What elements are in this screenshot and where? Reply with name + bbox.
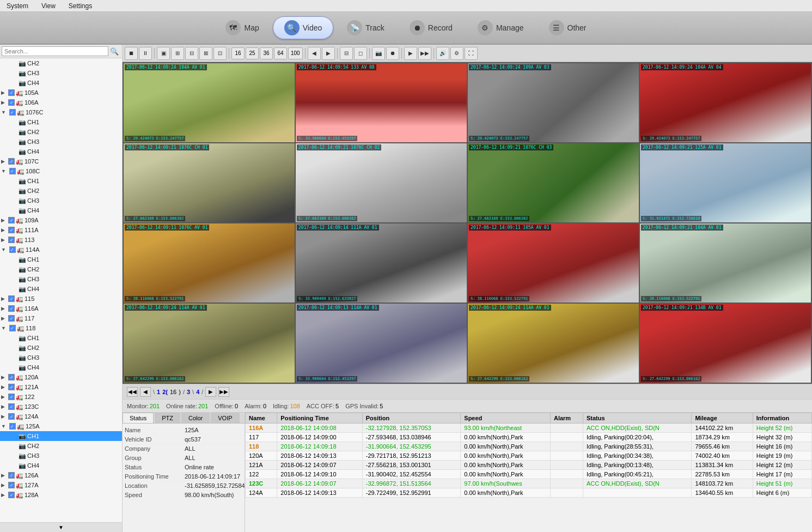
tree-item-117[interactable]: ▶ ✓ 🚛 117 (0, 313, 122, 323)
tree-item-125a[interactable]: ▼ ✓ 🚛 125A (0, 421, 122, 431)
page-first-btn[interactable]: ◀◀ (127, 387, 138, 397)
tab-color[interactable]: Color (181, 413, 210, 423)
page-4[interactable]: 4 (196, 389, 199, 395)
tree-item-114a-ch3[interactable]: 📷 CH3 (0, 274, 122, 284)
table-row[interactable]: 124A2018-06-12 14:09:13-29.722499, 152.9… (246, 488, 812, 498)
col-header-speed[interactable]: Speed (461, 413, 551, 424)
table-row[interactable]: 116A2018-06-12 14:09:08-32.127928, 152.3… (246, 424, 812, 433)
tree-item-114a-ch4[interactable]: 📷 CH4 (0, 284, 122, 294)
tb-fullscreen-btn[interactable]: ⛶ (465, 47, 478, 60)
checkbox-127a[interactable]: ✓ (8, 482, 15, 488)
tree-item-118-ch1[interactable]: 📷 CH1 (0, 333, 122, 343)
tree-item-116a[interactable]: ▶ ✓ 🚛 116A (0, 304, 122, 313)
tb-sound-btn[interactable]: 🔊 (436, 47, 449, 60)
menu-settings[interactable]: Settings (66, 1, 94, 11)
video-cell-8[interactable]: 2017-06-12 14:09:21 125A AV 01 S: 31.921… (640, 143, 811, 222)
table-row[interactable]: 1172018-06-12 14:09:00-27.593468, 153.03… (246, 433, 812, 442)
video-cell-14[interactable]: 2017-06-12 14:09:13 114A AV 01 S: 33.900… (296, 304, 467, 383)
menu-view[interactable]: View (39, 1, 58, 11)
checkbox-124a[interactable]: ✓ (8, 413, 15, 420)
checkbox-123c[interactable]: ✓ (8, 403, 15, 410)
tb-ff-btn[interactable]: ▶▶ (418, 47, 431, 60)
menu-system[interactable]: System (4, 1, 30, 11)
tree-item-ch3-1[interactable]: 📷 CH3 (0, 68, 122, 78)
checkbox-114a[interactable]: ✓ (9, 246, 16, 253)
tree-item-1076c-ch4[interactable]: 📷 CH4 (0, 147, 122, 156)
tree-item-108c-ch2[interactable]: 📷 CH2 (0, 186, 122, 196)
table-row[interactable]: 123C2018-06-12 14:09:07-32.996872, 151.5… (246, 479, 812, 488)
tree-item-107c[interactable]: ▶ ✓ 🚛 107C (0, 156, 122, 166)
tree-item-118-ch3[interactable]: 📷 CH3 (0, 353, 122, 362)
col-header-alarm[interactable]: Alarm (550, 413, 583, 424)
tree-item-118-ch4[interactable]: 📷 CH4 (0, 362, 122, 372)
video-cell-13[interactable]: 2017-06-12 14:09:24 114A AV 01 S: 27.642… (124, 304, 295, 383)
nav-track[interactable]: 📡 Track (335, 16, 395, 39)
search-button[interactable]: 🔍 (108, 47, 120, 56)
checkbox-118[interactable]: ✓ (9, 325, 16, 331)
tree-item-125a-ch1[interactable]: 📷 CH1 (0, 431, 122, 441)
nav-record[interactable]: ⏺ Record (398, 16, 464, 39)
nav-other[interactable]: ☰ Other (538, 16, 598, 39)
tree-item-111a[interactable]: ▶ ✓ 🚛 111A (0, 225, 122, 235)
tb-rec-btn[interactable]: ⏺ (386, 47, 399, 60)
checkbox-128a[interactable]: ✓ (8, 492, 15, 498)
tb-cam-btn[interactable]: 📷 (372, 47, 385, 60)
nav-manage[interactable]: ⚙ Manage (466, 16, 535, 39)
tree-item-125a-ch3[interactable]: 📷 CH3 (0, 451, 122, 461)
tree-item-123c[interactable]: ▶ ✓ 🚛 123C (0, 402, 122, 412)
tree-item-115[interactable]: ▶ ✓ 🚛 115 (0, 294, 122, 304)
page-3[interactable]: 3 (187, 389, 190, 395)
col-header-position[interactable]: Position (362, 413, 461, 424)
tb-grid1-btn[interactable]: ▣ (157, 47, 170, 60)
tb-num-64[interactable]: 64 (274, 47, 287, 59)
checkbox-1076c[interactable]: ✓ (9, 109, 16, 116)
checkbox-106a[interactable]: ✓ (8, 99, 15, 106)
checkbox-121a[interactable]: ✓ (8, 384, 15, 390)
tab-status[interactable]: Status (123, 413, 154, 423)
video-cell-12[interactable]: 2017-06-12 14:09:21 104A AV 01 S: 28.116… (640, 223, 811, 303)
checkbox-108c[interactable]: ✓ (9, 168, 16, 174)
tree-item-1076c-ch2[interactable]: 📷 CH2 (0, 127, 122, 137)
tb-grid9-btn[interactable]: ⊠ (199, 47, 212, 60)
tb-next-btn[interactable]: ▶ (322, 47, 335, 60)
video-cell-9[interactable]: 2017-06-12 14:09:11 1076C AV 01 S: 28.11… (124, 223, 295, 303)
video-cell-11[interactable]: 2017-06-12 14:09:11 105A AV 01 S: 28.116… (468, 223, 639, 303)
col-header-name[interactable]: Name (246, 413, 277, 424)
tb-play-btn[interactable]: ▶ (404, 47, 417, 60)
tb-grid4-btn[interactable]: ⊞ (171, 47, 184, 60)
tb-num-16[interactable]: 16 (231, 47, 245, 59)
tree-item-1076c-ch1[interactable]: 📷 CH1 (0, 117, 122, 127)
page-prev-btn[interactable]: ◀ (140, 387, 151, 397)
tree-item-108c-ch1[interactable]: 📷 CH1 (0, 176, 122, 186)
col-header-positioning time[interactable]: Positioning Time (277, 413, 362, 424)
tb-grid6-btn[interactable]: ⊟ (185, 47, 198, 60)
checkbox-115[interactable]: ✓ (8, 295, 15, 302)
tree-item-108c[interactable]: ▼ ✓ 🚛 108C (0, 166, 122, 176)
table-row[interactable]: 120A2018-06-12 14:09:13-29.721718, 152.9… (246, 451, 812, 461)
video-cell-15[interactable]: 2017-06-12 14:09:24 114A AV 01 S: 27.642… (468, 304, 639, 383)
page-next-btn[interactable]: ▶ (205, 387, 216, 397)
tree-item-121a[interactable]: ▶ ✓ 🚛 121A (0, 382, 122, 392)
tb-layout-btn[interactable]: ⊟ (340, 47, 353, 60)
tree-item-114a-ch2[interactable]: 📷 CH2 (0, 264, 122, 274)
checkbox-116a[interactable]: ✓ (8, 305, 15, 312)
tree-item-120a[interactable]: ▶ ✓ 🚛 120A (0, 372, 122, 382)
tab-ptz[interactable]: PTZ (155, 413, 180, 423)
tb-prev-btn[interactable]: ◀ (308, 47, 321, 60)
tb-pause-btn[interactable]: ⏸ (139, 47, 152, 60)
checkbox-122[interactable]: ✓ (8, 394, 15, 400)
video-cell-7[interactable]: 2017-06-12 14:09:21 1076C CH 03 S: 27.66… (468, 143, 639, 222)
tb-num-36[interactable]: 36 (260, 47, 273, 59)
tree-item-114a[interactable]: ▼ ✓ 🚛 114A (0, 245, 122, 255)
tree-item-118[interactable]: ▼ ✓ 🚛 118 (0, 323, 122, 333)
tree-item-1076c-ch3[interactable]: 📷 CH3 (0, 137, 122, 147)
tb-num-25[interactable]: 25 (246, 47, 259, 59)
tree-item-1076c[interactable]: ▼ ✓ 🚛 1076C (0, 107, 122, 117)
page-current[interactable]: 2( (162, 389, 168, 395)
checkbox-125a[interactable]: ✓ (9, 423, 16, 430)
video-cell-6[interactable]: 2017-06-12 14:09:21 1076C CH 02 S: 27.66… (296, 143, 467, 222)
table-row[interactable]: 121A2018-06-12 14:09:07-27.556218, 153.0… (246, 461, 812, 470)
page-last-btn[interactable]: ▶▶ (218, 387, 229, 397)
tree-item-106a[interactable]: ▶ ✓ 🚛 106A (0, 98, 122, 107)
checkbox-107c[interactable]: ✓ (8, 158, 15, 165)
